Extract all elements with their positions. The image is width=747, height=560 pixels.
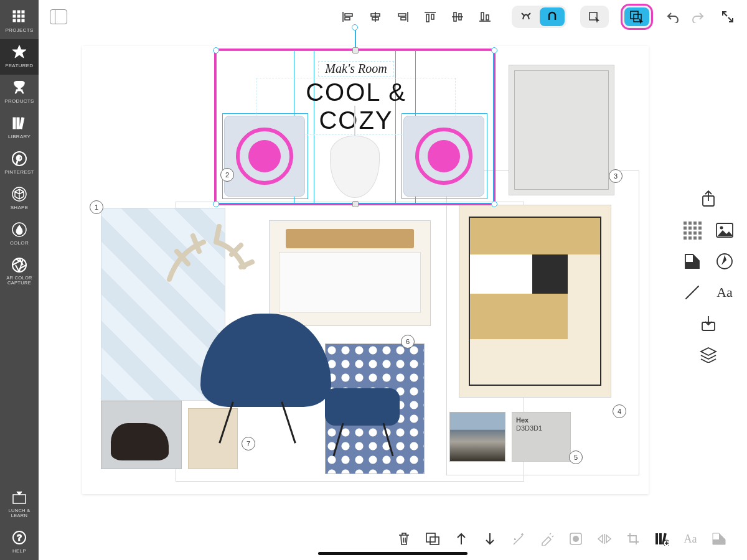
- selection-handle-nw[interactable]: [213, 47, 219, 54]
- sidebar-item-lunch-learn[interactable]: LUNCH & LEARN: [0, 485, 39, 525]
- align-right-button[interactable]: [395, 9, 411, 25]
- sidebar-item-projects[interactable]: PROJECTS: [0, 4, 39, 39]
- right-tool-panel: Aa: [677, 187, 740, 367]
- svg-text:?: ?: [17, 533, 22, 543]
- swatch-label: Hex: [516, 416, 566, 424]
- selection-handle-se[interactable]: [491, 201, 497, 207]
- sidebar-item-pinterest[interactable]: PINTEREST: [0, 146, 39, 181]
- board-item-swatch[interactable]: Hex D3D3D1: [512, 412, 571, 462]
- board-item-bear[interactable]: [101, 401, 182, 469]
- board-item-bed[interactable]: [269, 220, 431, 326]
- sidebar-item-help[interactable]: ? HELP: [0, 525, 39, 560]
- board-item-poster[interactable]: [509, 65, 614, 195]
- swatch-value: D3D3D1: [516, 424, 542, 432]
- chair-icon: [11, 80, 27, 96]
- sidebar-item-library[interactable]: LIBRARY: [0, 110, 39, 146]
- image-button[interactable]: [712, 218, 737, 243]
- snap-button[interactable]: [540, 7, 565, 26]
- main-area: 1 3 4 6 Hex: [39, 0, 747, 560]
- share-button[interactable]: [696, 187, 721, 212]
- undo-button[interactable]: [665, 9, 681, 25]
- sidebar-item-shape[interactable]: SHAPE: [0, 181, 39, 217]
- board-item-photo[interactable]: [449, 412, 505, 462]
- svg-rect-8: [22, 19, 24, 22]
- select-behind-button[interactable]: [582, 7, 607, 26]
- align-left-button[interactable]: [340, 9, 356, 25]
- panel-toggle-button[interactable]: [50, 9, 67, 24]
- selection-handle-n[interactable]: [352, 47, 359, 54]
- board-item-shelf[interactable]: [459, 205, 611, 398]
- pattern-grid-button[interactable]: [680, 218, 705, 243]
- align-hcenter-button[interactable]: [367, 9, 383, 25]
- select-mode-group-b: [622, 6, 651, 28]
- pinterest-icon: [11, 151, 27, 167]
- import-button[interactable]: [696, 311, 721, 336]
- svg-rect-10: [13, 118, 16, 129]
- board-item-pillow-right[interactable]: [403, 116, 484, 197]
- aperture-icon: [11, 257, 27, 273]
- text-button[interactable]: Aa: [712, 280, 737, 305]
- align-vcenter-button[interactable]: [449, 9, 466, 25]
- freeform-button[interactable]: [514, 7, 538, 26]
- sidebar-item-color[interactable]: COLOR: [0, 217, 39, 252]
- selection-handle-sw[interactable]: [213, 201, 219, 207]
- selection-handle-s[interactable]: [352, 201, 359, 207]
- selection-handle-ne[interactable]: [491, 47, 497, 54]
- moodboard-canvas[interactable]: 1 3 4 6 Hex: [82, 46, 649, 494]
- sidebar-item-products[interactable]: PRODUCTS: [0, 75, 39, 110]
- top-toolbar: [39, 0, 747, 34]
- sidebar-label: FEATURED: [6, 63, 34, 68]
- svg-rect-5: [22, 15, 24, 17]
- books-icon: [11, 115, 27, 131]
- align-top-button[interactable]: [422, 9, 438, 25]
- svg-point-31: [573, 536, 579, 542]
- board-item-pendant[interactable]: [324, 106, 386, 199]
- svg-rect-11: [17, 118, 19, 129]
- compass-button[interactable]: [712, 249, 737, 274]
- magic-wand-button: [510, 531, 527, 547]
- send-backward-button[interactable]: [482, 531, 498, 547]
- delete-button[interactable]: [396, 531, 412, 547]
- cube-icon: [11, 186, 27, 202]
- board-item-chair[interactable]: [200, 314, 412, 469]
- sidebar-label: PINTEREST: [4, 169, 34, 175]
- svg-rect-6: [13, 19, 16, 22]
- sidebar-label: PROJECTS: [5, 27, 33, 33]
- droplet-icon: [11, 222, 27, 238]
- duplicate-button[interactable]: [425, 531, 441, 547]
- sidebar-label: LIBRARY: [8, 134, 31, 139]
- item-tag: 2: [220, 168, 234, 182]
- board-subtitle[interactable]: Mak's Room: [318, 61, 393, 77]
- svg-rect-0: [13, 11, 16, 13]
- color-adjust-button: [711, 531, 727, 547]
- tv-icon: [11, 490, 27, 506]
- sidebar-label: PRODUCTS: [4, 98, 34, 104]
- svg-rect-7: [17, 19, 20, 22]
- board-item-antler[interactable]: [157, 220, 256, 289]
- mask-button: [568, 531, 584, 547]
- bring-forward-button[interactable]: [453, 531, 469, 547]
- sidebar-label: LUNCH & LEARN: [0, 508, 39, 519]
- add-to-library-button[interactable]: [654, 531, 670, 547]
- item-tag: 5: [569, 450, 583, 464]
- svg-rect-17: [13, 495, 26, 503]
- redo-button[interactable]: [690, 9, 706, 25]
- canvas-viewport[interactable]: 1 3 4 6 Hex: [39, 34, 747, 560]
- sidebar-item-ar-color[interactable]: AR COLOR CAPTURE: [0, 252, 39, 292]
- svg-rect-4: [17, 15, 20, 17]
- layers-button[interactable]: [696, 342, 721, 367]
- alignment-group: [340, 9, 493, 25]
- selection-rotate-handle[interactable]: [352, 24, 358, 30]
- sidebar-item-featured[interactable]: FEATURED: [0, 39, 39, 75]
- fullscreen-button[interactable]: [720, 9, 736, 25]
- svg-rect-1: [17, 11, 20, 13]
- app-root: PROJECTS FEATURED PRODUCTS LIBRARY PINTE…: [0, 0, 747, 560]
- swatch-button[interactable]: [680, 249, 705, 274]
- align-bottom-button[interactable]: [477, 9, 493, 25]
- home-indicator: [318, 552, 467, 555]
- group-select-button[interactable]: [624, 7, 649, 26]
- board-item-pillow-left[interactable]: [224, 116, 305, 197]
- draw-button[interactable]: [680, 280, 705, 305]
- item-tag: 1: [90, 200, 103, 214]
- select-mode-group-a: [580, 6, 609, 28]
